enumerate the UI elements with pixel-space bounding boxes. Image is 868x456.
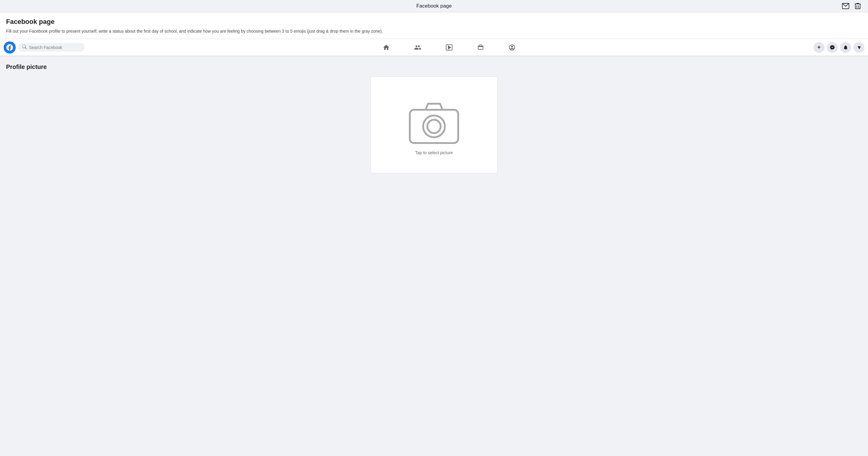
profile-section-title: Profile picture (6, 64, 862, 70)
fb-nav-right: + ▾ (813, 42, 864, 53)
trash-icon[interactable] (854, 2, 862, 10)
svg-rect-5 (479, 45, 482, 46)
profile-picture-area: Tap to select picture (6, 76, 862, 173)
profile-picture-box[interactable]: Tap to select picture (371, 76, 497, 173)
camera-icon (404, 95, 464, 146)
page-header-title: Facebook page (6, 18, 862, 26)
fb-nav-center (87, 40, 811, 55)
email-icon[interactable] (841, 2, 850, 10)
messenger-button[interactable] (827, 42, 838, 53)
title-bar-actions (841, 2, 862, 10)
tap-to-select-label: Tap to select picture (415, 150, 453, 155)
search-input[interactable] (29, 45, 78, 50)
nav-groups[interactable] (497, 40, 527, 55)
content-section: Profile picture Tap to select picture (0, 56, 868, 181)
facebook-navbar: + ▾ (0, 39, 868, 56)
search-icon (22, 45, 27, 50)
title-bar-title: Facebook page (416, 3, 452, 9)
svg-rect-1 (855, 4, 860, 9)
search-bar[interactable] (18, 43, 85, 52)
add-button[interactable]: + (813, 42, 825, 53)
nav-home[interactable] (371, 40, 401, 55)
nav-watch[interactable] (434, 40, 464, 55)
page-header: Facebook page Fill out your Facebook pro… (0, 12, 868, 39)
nav-marketplace[interactable] (465, 40, 496, 55)
facebook-logo[interactable] (4, 41, 16, 54)
svg-point-8 (427, 120, 441, 133)
menu-button[interactable]: ▾ (854, 42, 864, 53)
nav-friends[interactable] (403, 40, 433, 55)
svg-point-7 (423, 116, 445, 137)
title-bar: Facebook page (0, 0, 868, 12)
notifications-button[interactable] (840, 42, 851, 53)
page-header-description: Fill out your Facebook profile to presen… (6, 28, 862, 34)
